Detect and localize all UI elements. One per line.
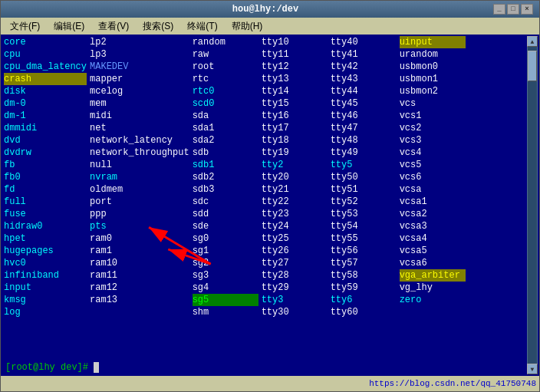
title-bar: hou@lhy:/dev _ □ × (1, 1, 539, 18)
list-item: tty57 (331, 257, 397, 269)
list-item: full (4, 196, 87, 208)
list-item: tty48 (331, 134, 397, 147)
list-item: vcsa4 (400, 232, 466, 245)
list-item: tty18 (262, 134, 328, 147)
list-item: tty27 (262, 257, 328, 269)
cursor (94, 362, 99, 373)
list-item: tty42 (331, 61, 397, 73)
list-item: tty52 (331, 196, 397, 208)
list-item: ram13 (90, 294, 189, 306)
menu-item[interactable]: 查看(V) (92, 18, 135, 35)
list-item: tty41 (331, 48, 397, 61)
menu-item[interactable]: 终端(T) (181, 18, 223, 35)
list-item: lp2 (90, 36, 189, 48)
list-item: vcsa6 (400, 257, 466, 269)
maximize-button[interactable]: □ (507, 4, 519, 15)
column-6: uinputurandomusbmon0usbmon1usbmon2vcsvcs… (398, 36, 467, 374)
list-item: tty22 (262, 196, 328, 208)
list-item: tty11 (262, 48, 328, 61)
list-item: usbmon1 (400, 73, 466, 85)
list-item: mcelog (90, 85, 189, 97)
list-item: network_latency (90, 134, 189, 147)
list-item: hidraw0 (4, 220, 87, 232)
list-item: sdb (193, 147, 258, 159)
list-item: dm-1 (4, 110, 87, 122)
list-item: tty50 (331, 171, 397, 183)
list-item: tty59 (331, 282, 397, 294)
list-item: raw (193, 48, 258, 61)
list-item: uinput (400, 36, 466, 48)
list-item: vg_lhy (400, 282, 466, 294)
list-item: vcsa1 (400, 196, 466, 208)
list-item: nvram (90, 171, 189, 183)
menu-item[interactable]: 搜索(S) (137, 18, 179, 35)
list-item: vcs1 (400, 110, 466, 122)
menu-item[interactable]: 编辑(E) (48, 18, 91, 35)
menu-item[interactable]: 文件(F) (4, 18, 46, 35)
list-item: tty60 (331, 306, 397, 318)
window-controls[interactable]: _ □ × (493, 4, 533, 15)
list-item: sdc (193, 196, 258, 208)
list-item: hpet (4, 232, 87, 245)
minimize-button[interactable]: _ (493, 4, 505, 15)
list-item: fb0 (4, 171, 87, 183)
list-item: dmmidi (4, 122, 87, 134)
list-item: vcs5 (400, 159, 466, 171)
list-item: dm-0 (4, 97, 87, 110)
list-item: ram11 (90, 269, 189, 282)
scroll-thumb[interactable] (528, 51, 537, 81)
list-item: sdd (193, 208, 258, 220)
list-item: tty10 (262, 36, 328, 48)
list-item: infiniband (4, 269, 87, 282)
list-item: sdb3 (193, 183, 258, 196)
list-item: lp3 (90, 48, 189, 61)
file-list: corecpucpu_dma_latencycrashdiskdm-0dm-1d… (2, 36, 527, 374)
list-item: urandom (400, 48, 466, 61)
list-item: sg4 (193, 282, 258, 294)
close-button[interactable]: × (521, 4, 533, 15)
menu-item[interactable]: 帮助(H) (226, 18, 269, 35)
scroll-down-button[interactable]: ▼ (527, 364, 538, 374)
list-item: shm (193, 306, 258, 318)
list-item: vcs3 (400, 134, 466, 147)
list-item: tty24 (262, 220, 328, 232)
list-item: tty55 (331, 232, 397, 245)
list-item: tty54 (331, 220, 397, 232)
list-item: disk (4, 85, 87, 97)
list-item: vcs4 (400, 147, 466, 159)
status-bar: https://blog.csdn.net/qq_41750748 (1, 376, 539, 391)
list-item: tty53 (331, 208, 397, 220)
list-item: usbmon2 (400, 85, 466, 97)
scrollbar[interactable]: ▲ ▼ (527, 36, 538, 374)
list-item: crash (4, 73, 87, 85)
list-item: mapper (90, 73, 189, 85)
list-item: sg5 (193, 294, 258, 306)
list-item: ram10 (90, 257, 189, 269)
list-item: tty30 (262, 306, 328, 318)
column-2: lp2lp3MAKEDEVmappermcelogmemmidinetnetwo… (88, 36, 191, 374)
list-item: tty5 (331, 159, 397, 171)
list-item: tty2 (262, 159, 328, 171)
list-item: tty23 (262, 208, 328, 220)
list-item: tty29 (262, 282, 328, 294)
list-item: ram0 (90, 232, 189, 245)
list-item: fd (4, 183, 87, 196)
scroll-up-button[interactable]: ▲ (527, 36, 538, 47)
list-item: vga_arbiter (400, 269, 466, 282)
window-title: hou@lhy:/dev (38, 4, 493, 15)
menu-bar: 文件(F)编辑(E)查看(V)搜索(S)终端(T)帮助(H) (1, 18, 539, 35)
prompt-text: [root@lhy dev]# (5, 362, 94, 373)
list-item: tty20 (262, 171, 328, 183)
terminal-body: corecpucpu_dma_latencycrashdiskdm-0dm-1d… (1, 35, 539, 376)
scroll-track[interactable] (528, 47, 537, 364)
blog-url: https://blog.csdn.net/qq_41750748 (369, 379, 536, 388)
list-item: tty14 (262, 85, 328, 97)
list-item: vcsa2 (400, 208, 466, 220)
list-item: ram12 (90, 282, 189, 294)
list-item: network_throughput (90, 147, 189, 159)
list-item: net (90, 122, 189, 134)
list-item: random (193, 36, 258, 48)
list-item: vcs2 (400, 122, 466, 134)
list-item: MAKEDEV (90, 61, 189, 73)
list-item: cpu (4, 48, 87, 61)
